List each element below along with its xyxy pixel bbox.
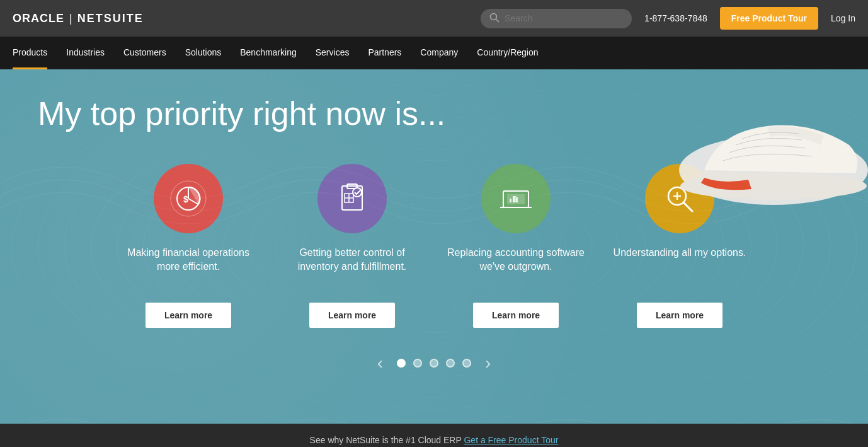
nav-item-benchmarking[interactable]: Benchmarking <box>240 37 297 69</box>
carousel-dot-3[interactable] <box>430 359 438 368</box>
card-options-text: Understanding all my options. <box>614 246 746 290</box>
carousel-dot-1[interactable] <box>397 359 406 368</box>
logo-divider: | <box>69 12 72 25</box>
card-financial: $ Making financial operations more effic… <box>119 164 258 328</box>
nav-item-solutions[interactable]: Solutions <box>185 37 222 69</box>
svg-rect-20 <box>513 196 515 202</box>
card-accounting: $ Replacing accounting software we've ou… <box>447 164 585 328</box>
nav-item-country[interactable]: Country/Region <box>477 37 538 69</box>
top-bar-right: 1-877-638-7848 Free Product Tour Log In <box>481 7 855 30</box>
card-accounting-text: Replacing accounting software we've outg… <box>447 246 585 290</box>
footer-text: See why NetSuite is the #1 Cloud ERP <box>310 435 462 445</box>
footer-tour-link[interactable]: Get a Free Product Tour <box>464 435 558 445</box>
hero-title: My top priority right now is... <box>38 95 517 132</box>
nav-item-customers[interactable]: Customers <box>123 37 166 69</box>
svg-line-1 <box>496 19 500 22</box>
hero-section: My top priority right now is... $ Making… <box>0 69 868 424</box>
svg-rect-21 <box>516 197 518 202</box>
learn-more-options[interactable]: Learn more <box>637 303 722 328</box>
card-financial-text: Making financial operations more efficie… <box>119 246 258 290</box>
logo[interactable]: ORACLE | NETSUITE <box>13 12 144 25</box>
nav-item-services[interactable]: Services <box>316 37 350 69</box>
search-bar[interactable] <box>481 9 632 28</box>
nav-bar: Products Industries Customers Solutions … <box>0 37 868 69</box>
carousel-dot-2[interactable] <box>413 359 422 368</box>
carousel-dot-5[interactable] <box>462 359 471 368</box>
svg-point-0 <box>491 13 497 20</box>
phone-number: 1-877-638-7848 <box>644 13 707 23</box>
free-tour-button[interactable]: Free Product Tour <box>720 7 818 30</box>
top-bar: ORACLE | NETSUITE 1-877-638-7848 Free Pr… <box>0 0 868 37</box>
svg-text:$: $ <box>183 194 188 204</box>
footer-bar: See why NetSuite is the #1 Cloud ERP Get… <box>0 424 868 447</box>
nav-item-products[interactable]: Products <box>13 37 47 69</box>
search-input[interactable] <box>505 13 623 23</box>
nav-item-industries[interactable]: Industries <box>66 37 105 69</box>
logo-netsuite-text: NETSUITE <box>77 12 144 25</box>
card-inventory: Getting better control of inventory and … <box>283 164 421 328</box>
nav-item-company[interactable]: Company <box>420 37 458 69</box>
learn-more-financial[interactable]: Learn more <box>146 303 231 328</box>
learn-more-inventory[interactable]: Learn more <box>309 303 395 328</box>
carousel-prev-button[interactable]: ‹ <box>371 353 389 373</box>
carousel-dot-4[interactable] <box>446 359 455 368</box>
card-inventory-icon <box>317 164 387 233</box>
nav-item-partners[interactable]: Partners <box>368 37 401 69</box>
card-accounting-icon: $ <box>481 164 551 233</box>
card-financial-icon: $ <box>154 164 223 233</box>
shoe-illustration <box>666 82 868 221</box>
search-icon <box>489 13 500 25</box>
svg-point-14 <box>353 188 362 197</box>
carousel-controls: ‹ › <box>38 353 830 373</box>
login-link[interactable]: Log In <box>831 13 855 23</box>
learn-more-accounting[interactable]: Learn more <box>473 303 559 328</box>
carousel-next-button[interactable]: › <box>479 353 497 373</box>
card-inventory-text: Getting better control of inventory and … <box>283 246 421 290</box>
svg-rect-19 <box>510 199 511 202</box>
logo-oracle-text: ORACLE <box>13 12 64 25</box>
